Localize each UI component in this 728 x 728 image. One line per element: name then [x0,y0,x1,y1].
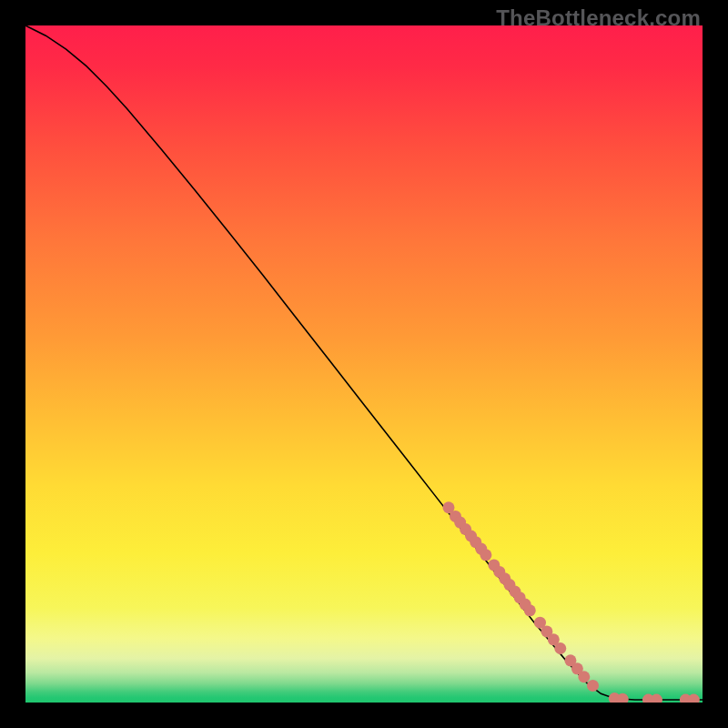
chart-frame: TheBottleneck.com [0,0,728,728]
data-marker [524,604,536,616]
watermark-text: TheBottleneck.com [496,5,701,31]
data-marker [587,680,599,692]
plot-area [25,25,703,703]
data-marker [480,549,491,561]
data-marker [578,671,590,682]
gradient-background [25,25,703,703]
chart-canvas [25,25,703,703]
data-marker [554,642,566,654]
